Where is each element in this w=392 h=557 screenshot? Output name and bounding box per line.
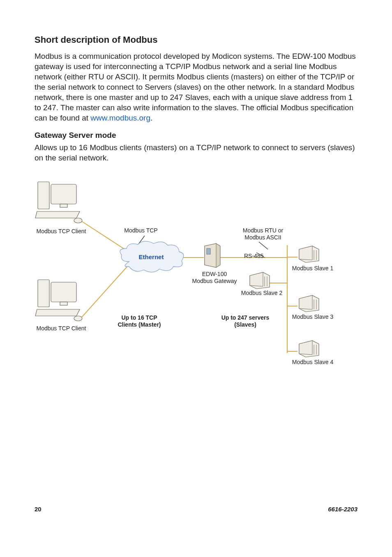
clients-label-1: Up to 16 TCP bbox=[121, 314, 157, 321]
section-heading: Short description of Modbus bbox=[35, 35, 357, 45]
body-text-tail: . bbox=[150, 114, 152, 122]
svg-rect-22 bbox=[207, 248, 210, 254]
svg-line-11 bbox=[259, 242, 268, 249]
network-diagram: Ethernet Modbus TCP Client Modbus TCP Cl… bbox=[35, 179, 357, 393]
ethernet-cloud: Ethernet bbox=[117, 241, 186, 274]
edw100-label-1: EDW-100 bbox=[202, 271, 227, 277]
servers-label-1: Up to 247 servers bbox=[221, 314, 270, 321]
edw100-label-2: Modbus Gateway bbox=[192, 278, 237, 284]
slave-device-icon bbox=[297, 245, 321, 263]
slave3-label: Modbus Slave 3 bbox=[290, 313, 335, 320]
subsection-heading: Gateway Server mode bbox=[35, 131, 357, 140]
pc-icon bbox=[35, 179, 85, 225]
clients-label-2: Clients (Master) bbox=[118, 321, 161, 328]
ethernet-label: Ethernet bbox=[117, 253, 186, 260]
svg-rect-15 bbox=[60, 204, 67, 207]
svg-rect-12 bbox=[38, 182, 49, 209]
client-bottom-label: Modbus TCP Client bbox=[35, 325, 88, 332]
svg-rect-19 bbox=[51, 282, 76, 302]
rtu-label-1: Modbus RTU or bbox=[243, 227, 284, 234]
modbus-tcp-label: Modbus TCP bbox=[121, 227, 161, 234]
svg-rect-17 bbox=[38, 280, 49, 307]
rs485-label: RS-485 bbox=[244, 253, 273, 260]
slave1-label: Modbus Slave 1 bbox=[290, 265, 335, 272]
slave4-label: Modbus Slave 4 bbox=[290, 359, 335, 366]
gateway-icon bbox=[202, 244, 222, 267]
modbus-org-link[interactable]: www.modbus.org bbox=[90, 114, 150, 122]
svg-point-16 bbox=[74, 218, 82, 223]
subsection-paragraph: Allows up to 16 Modbus clients (masters)… bbox=[35, 142, 357, 163]
svg-point-21 bbox=[74, 316, 82, 321]
page-number: 20 bbox=[35, 506, 42, 513]
svg-rect-14 bbox=[51, 184, 76, 204]
body-text: Modbus is a communication protocol devel… bbox=[35, 52, 356, 122]
svg-rect-20 bbox=[60, 302, 67, 305]
document-number: 6616-2203 bbox=[328, 506, 357, 513]
slave-device-icon bbox=[297, 340, 321, 358]
slave-device-icon bbox=[297, 295, 321, 313]
rtu-label-2: Modbus ASCII bbox=[244, 234, 281, 241]
section-paragraph: Modbus is a communication protocol devel… bbox=[35, 51, 357, 123]
slave-device-icon bbox=[248, 272, 271, 290]
page-footer: 20 6616-2203 bbox=[35, 506, 357, 513]
pc-icon bbox=[35, 277, 85, 323]
servers-label-2: (Slaves) bbox=[234, 321, 256, 328]
slave2-label: Modbus Slave 2 bbox=[239, 290, 284, 297]
client-top-label: Modbus TCP Client bbox=[35, 228, 88, 235]
